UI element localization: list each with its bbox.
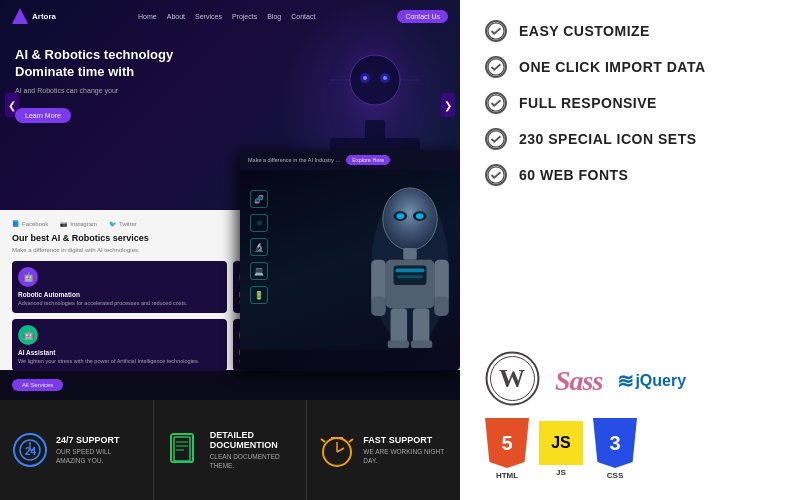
docs-item: DETAILED DOCUMENTION CLEAN DOCUMENTED TH… (154, 400, 308, 500)
docs-text: DETAILED DOCUMENTION CLEAN DOCUMENTED TH… (210, 430, 295, 470)
service-card-robotic: 🤖 Robotic Automation Advanced technologi… (12, 261, 227, 313)
hero-title-line2: Dominate time with (15, 64, 445, 81)
dna-icon: 🧬 (250, 190, 268, 208)
svg-point-17 (396, 213, 404, 219)
css3-label: CSS (607, 471, 623, 480)
explore-button[interactable]: Explore Here (346, 155, 390, 165)
service-card-ai: 🤖 AI Assistant We lighten your stress wi… (12, 319, 227, 371)
svg-rect-38 (174, 437, 190, 461)
nav-home[interactable]: Home (138, 13, 157, 20)
svg-line-46 (349, 439, 353, 442)
svg-rect-27 (434, 297, 449, 316)
feature-easy-customize: EASY CUSTOMIZE (485, 20, 775, 42)
fast-title: FAST SUPPORT (363, 435, 448, 445)
all-services-button[interactable]: All Services (12, 379, 63, 391)
check-icon-4 (485, 128, 507, 150)
svg-rect-29 (413, 308, 430, 345)
hero-title-line1: AI & Robotics technology (15, 47, 445, 64)
tech-row1: W Sass ≋ jQuery (485, 351, 775, 410)
svg-line-47 (321, 439, 325, 442)
feature-label-4: 230 SPECIAL ICON SETS (519, 131, 697, 147)
hero-title: AI & Robotics technology Dominate time w… (15, 47, 445, 81)
nav-about[interactable]: About (167, 13, 185, 20)
right-panel: EASY CUSTOMIZE ONE CLICK IMPORT DATA FUL… (460, 0, 800, 500)
svg-point-14 (383, 188, 437, 250)
svg-rect-22 (395, 268, 424, 272)
jquery-logo: ≋ jQuery (617, 369, 686, 393)
check-icon-2 (485, 56, 507, 78)
fast-desc: WE ARE WORKING NIGHT DAY. (363, 448, 448, 465)
js-badge-container: JS JS (539, 421, 583, 477)
svg-rect-19 (403, 248, 417, 260)
feature-icons: 230 SPECIAL ICON SETS (485, 128, 775, 150)
bottom-bar: 24 24/7 SUPPORT OUR SPEED WILL AMAZING Y… (0, 400, 460, 500)
check-icon-3 (485, 92, 507, 114)
circuit-icon-3: 🔬 (250, 238, 268, 256)
feature-label-1: EASY CUSTOMIZE (519, 23, 650, 39)
circuit-icon-5: 🔋 (250, 286, 268, 304)
hero-subtitle: AI and Robotics can change your (15, 87, 445, 94)
fast-text: FAST SUPPORT WE ARE WORKING NIGHT DAY. (363, 435, 448, 465)
css3-badge: 3 (593, 418, 637, 468)
feature-label-3: FULL RESPONSIVE (519, 95, 657, 111)
features-list: EASY CUSTOMIZE ONE CLICK IMPORT DATA FUL… (485, 20, 775, 186)
left-panel: Artora Home About Services Projects Blog… (0, 0, 460, 500)
second-nav-text: Make a difference in the AI Industry ... (248, 157, 340, 163)
circuit-icon-4: 💻 (250, 262, 268, 280)
instagram-link[interactable]: 📷 Instagram (60, 220, 97, 227)
logo-text: Artora (32, 12, 56, 21)
ai-desc: We lighten your stress with the power of… (18, 358, 221, 365)
support-text: 24/7 SUPPORT OUR SPEED WILL AMAZING YOU. (56, 435, 141, 465)
js-label: JS (556, 468, 566, 477)
support-title: 24/7 SUPPORT (56, 435, 141, 445)
second-screenshot-overlay: Make a difference in the AI Industry ...… (240, 150, 460, 370)
twitter-link[interactable]: 🐦 Twitter (109, 220, 137, 227)
ai-name: AI Assistant (18, 349, 221, 356)
support-desc: OUR SPEED WILL AMAZING YOU. (56, 448, 141, 465)
feature-responsive: FULL RESPONSIVE (485, 92, 775, 114)
docs-title: DETAILED DOCUMENTION (210, 430, 295, 450)
nav-projects[interactable]: Projects (232, 13, 257, 20)
svg-text:24: 24 (25, 446, 37, 457)
feature-label-2: ONE CLICK IMPORT DATA (519, 59, 706, 75)
check-icon-1 (485, 20, 507, 42)
wordpress-logo: W (485, 351, 540, 410)
tech-logos: W Sass ≋ jQuery 5 HTML (485, 351, 775, 480)
docs-icon (166, 432, 202, 468)
svg-point-18 (416, 213, 424, 219)
facebook-link[interactable]: 📘 Facebook (12, 220, 48, 227)
svg-rect-23 (397, 275, 422, 278)
js-badge: JS (539, 421, 583, 465)
svg-rect-28 (391, 308, 408, 345)
nav-services[interactable]: Services (195, 13, 222, 20)
robotic-desc: Advanced technologies for accelerated pr… (18, 300, 221, 307)
support-item: 24 24/7 SUPPORT OUR SPEED WILL AMAZING Y… (0, 400, 154, 500)
html5-label: HTML (496, 471, 518, 480)
ai-icon: 🤖 (18, 325, 38, 345)
docs-desc: CLEAN DOCUMENTED THEME. (210, 453, 295, 470)
css3-badge-container: 3 CSS (593, 418, 637, 480)
check-icon-5 (485, 164, 507, 186)
html5-badge-container: 5 HTML (485, 418, 529, 480)
learn-more-button[interactable]: Learn More (15, 108, 71, 123)
svg-rect-25 (371, 297, 386, 316)
feature-label-5: 60 WEB FONTS (519, 167, 628, 183)
robotic-name: Robotic Automation (18, 291, 221, 298)
second-robot-area: 🧬 ⚛ 🔬 💻 🔋 (240, 170, 460, 350)
circuit-icons: 🧬 ⚛ 🔬 💻 🔋 (250, 190, 268, 304)
logo: Artora (12, 8, 56, 24)
tech-row2: 5 HTML JS JS 3 (485, 418, 775, 480)
robotic-icon: 🤖 (18, 267, 38, 287)
html5-badge: 5 (485, 418, 529, 468)
second-nav: Make a difference in the AI Industry ...… (240, 150, 460, 170)
atom-icon: ⚛ (250, 214, 268, 232)
fast-support-item: FAST SUPPORT WE ARE WORKING NIGHT DAY. (307, 400, 460, 500)
big-robot-svg (365, 185, 455, 350)
svg-text:W: W (499, 364, 525, 393)
hero-content: AI & Robotics technology Dominate time w… (0, 32, 460, 138)
svg-rect-31 (411, 340, 432, 348)
fast-icon (319, 432, 355, 468)
sass-logo: Sass (555, 365, 602, 397)
feature-one-click: ONE CLICK IMPORT DATA (485, 56, 775, 78)
support-icon: 24 (12, 432, 48, 468)
